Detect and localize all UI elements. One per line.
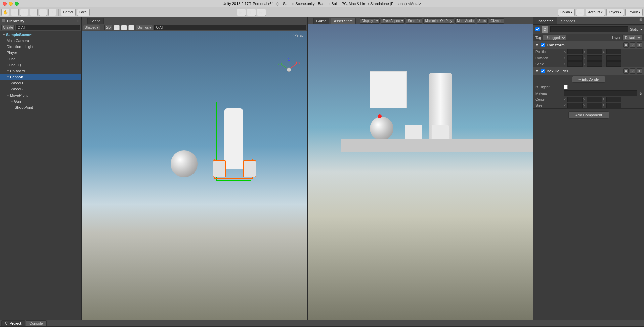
shaded-dropdown[interactable]: Shaded ▾ xyxy=(83,25,100,30)
hierarchy-item-cannon[interactable]: ▼ Cannon xyxy=(0,74,81,80)
object-active-checkbox[interactable] xyxy=(535,27,540,31)
pos-y-input[interactable]: 0.5 xyxy=(587,49,602,54)
aspect-dropdown[interactable]: Free Aspect ▾ xyxy=(381,18,404,24)
account-button[interactable]: Account ▾ xyxy=(586,9,605,16)
custom-tool[interactable]: ✦ xyxy=(48,9,56,16)
transform-settings-icon[interactable]: ⚙ xyxy=(623,42,629,48)
hierarchy-item-wheel2[interactable]: Wheel2 xyxy=(0,86,81,92)
game-tab[interactable]: Game xyxy=(313,18,330,24)
collider-menu-icon[interactable]: ≡ xyxy=(637,68,642,74)
edit-collider-button[interactable]: ✏ Edit Collider xyxy=(572,76,606,83)
inspector-obj-header: ⬡ Cannon Static ▾ xyxy=(533,25,644,34)
scale-control[interactable]: Scale 1x xyxy=(406,18,422,24)
size-y-input[interactable]: 0.7740564 xyxy=(587,103,602,108)
rect-tool[interactable]: ▭ xyxy=(39,9,47,16)
center-z-input[interactable]: 0.00901588 xyxy=(606,97,621,102)
collider-settings-icon[interactable]: ⚙ xyxy=(623,68,629,74)
hand-tool[interactable]: ✋ xyxy=(1,9,9,16)
rot-y-field: Y 0 xyxy=(583,55,602,61)
lighting-button[interactable]: ☀ xyxy=(114,25,120,30)
collider-info-icon[interactable]: ? xyxy=(630,68,635,74)
transform-info-icon[interactable]: ? xyxy=(630,42,635,48)
mute-audio-btn[interactable]: Mute Audio xyxy=(455,18,475,24)
center-toggle[interactable]: Center xyxy=(61,9,76,16)
size-x-input[interactable]: 0.3692869 xyxy=(567,103,583,108)
traffic-lights[interactable] xyxy=(3,2,19,6)
transform-header[interactable]: ▼ Transform ⚙ ? ≡ xyxy=(533,41,644,49)
pause-button[interactable]: ⏸ xyxy=(247,9,256,16)
layers-button[interactable]: Layers ▾ xyxy=(606,9,624,16)
static-dropdown-arrow[interactable]: ▾ xyxy=(640,28,642,31)
collab-button[interactable]: Collab ▾ xyxy=(558,9,575,16)
hierarchy-item-player[interactable]: Player xyxy=(0,50,81,56)
scene-viewport[interactable]: X Y Z < Persp xyxy=(82,31,307,320)
size-z-input[interactable]: 0.3282747 xyxy=(606,103,621,108)
transform-menu-icon[interactable]: ≡ xyxy=(637,42,642,48)
project-tab[interactable]: ⬡ Project xyxy=(1,320,25,326)
console-tab[interactable]: Console xyxy=(26,320,46,326)
display-dropdown[interactable]: Display 1 ▾ xyxy=(360,18,380,24)
local-toggle[interactable]: Local xyxy=(77,9,90,16)
stats-btn[interactable]: Stats xyxy=(477,18,488,24)
step-button[interactable]: ⏭ xyxy=(257,9,266,16)
services-tab[interactable]: Services xyxy=(557,17,579,24)
scale-y-input[interactable]: 1 xyxy=(587,61,602,67)
center-y-input[interactable]: 0.3955221 xyxy=(587,97,602,102)
scale-x-input[interactable]: 1 xyxy=(567,61,583,67)
hierarchy-item-shootpoint[interactable]: ShootPoint xyxy=(0,104,81,110)
hierarchy-search[interactable] xyxy=(16,25,80,30)
maximize-button[interactable] xyxy=(15,2,19,6)
transform-enable-checkbox[interactable] xyxy=(541,43,545,47)
collider-enable-checkbox[interactable] xyxy=(541,69,545,73)
hierarchy-item-wheel1[interactable]: Wheel1 xyxy=(0,80,81,86)
center-x-input[interactable]: -0.00791970 xyxy=(567,97,583,102)
cloud-button[interactable]: ☁ xyxy=(576,9,584,16)
scene-tab[interactable]: Scene xyxy=(87,18,104,24)
minimize-button[interactable] xyxy=(9,2,13,6)
2d-button[interactable]: 2D xyxy=(104,25,112,30)
game-viewport[interactable] xyxy=(308,24,533,320)
rot-z-input[interactable]: 0 xyxy=(606,55,621,61)
fx-button[interactable]: ≡ xyxy=(128,25,134,30)
scene-search[interactable] xyxy=(154,25,306,30)
hierarchy-item-cube[interactable]: Cube xyxy=(0,56,81,62)
gizmos-btn[interactable]: Gizmos ▾ xyxy=(136,25,153,30)
hierarchy-item-main-camera[interactable]: Main Camera xyxy=(0,38,81,44)
layout-button[interactable]: Layout ▾ xyxy=(625,9,643,16)
hierarchy-item-upboard[interactable]: ▼ UpBoard xyxy=(0,68,81,74)
hierarchy-item-cube1[interactable]: Cube (1) xyxy=(0,62,81,68)
hierarchy-create-btn[interactable]: Create xyxy=(1,25,15,30)
maximize-on-play-btn[interactable]: Maximize On Play xyxy=(423,18,454,24)
is-trigger-checkbox[interactable] xyxy=(564,85,568,89)
tag-select[interactable]: Untagged xyxy=(543,35,566,40)
game-gizmos-btn[interactable]: Gizmos xyxy=(489,18,504,24)
hierarchy-pin[interactable]: ⊞ xyxy=(77,19,79,23)
hierarchy-item-movepiont[interactable]: ▼ MovePiont xyxy=(0,92,81,98)
close-button[interactable] xyxy=(3,2,7,6)
object-name-input[interactable]: Cannon xyxy=(550,26,628,32)
rot-x-input[interactable]: 0 xyxy=(567,55,583,61)
asset-store-tab[interactable]: Asset Store xyxy=(331,18,356,24)
scene-root-item[interactable]: ▼ SampleScene* xyxy=(0,32,81,38)
play-button[interactable]: ▶ xyxy=(237,9,246,16)
material-input[interactable]: None (Physic Material) xyxy=(564,90,637,96)
inspector-pin[interactable]: ⊞ xyxy=(637,17,644,24)
layer-select[interactable]: Default xyxy=(622,35,642,40)
scale-z-input[interactable]: 1 xyxy=(606,61,621,67)
scale-tool[interactable]: ⤢ xyxy=(30,9,38,16)
rot-y-input[interactable]: 0 xyxy=(587,55,602,61)
audio-button[interactable]: ♪ xyxy=(121,25,127,30)
hierarchy-item-directional-light[interactable]: Directional Light xyxy=(0,44,81,50)
scene-gizmo: X Y Z xyxy=(277,58,301,81)
rotate-tool[interactable]: ↻ xyxy=(20,9,28,16)
material-select-icon[interactable]: ⊙ xyxy=(639,92,642,95)
scale-value: 1x xyxy=(417,19,421,23)
persp-label: < Persp xyxy=(292,34,303,37)
add-component-button[interactable]: Add Component xyxy=(568,111,609,119)
box-collider-header[interactable]: ▼ Box Collider ⚙ ? ≡ xyxy=(533,67,644,75)
move-tool[interactable]: ✛ xyxy=(11,9,19,16)
pos-z-input[interactable]: 0 xyxy=(606,49,621,54)
pos-x-input[interactable]: 0.69 xyxy=(567,49,583,54)
hierarchy-item-gun[interactable]: ▼ Gun xyxy=(0,98,81,104)
inspector-tab[interactable]: Inspector xyxy=(533,17,557,24)
